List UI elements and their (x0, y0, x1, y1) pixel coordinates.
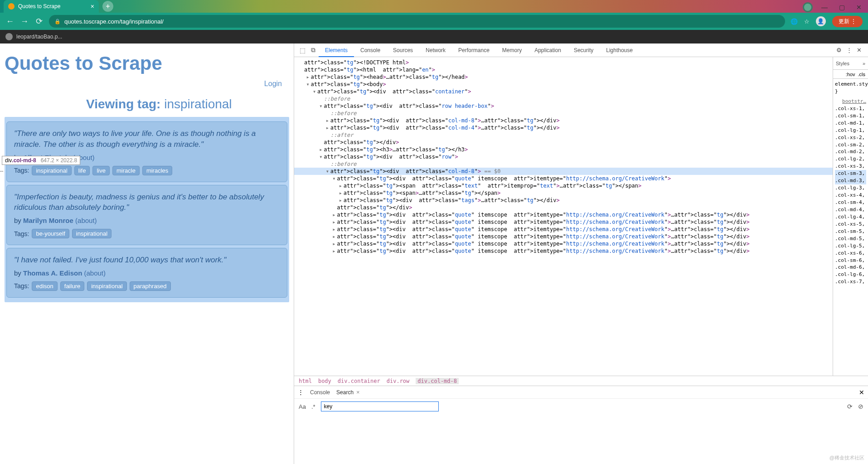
dom-node[interactable]: ::before (294, 160, 833, 168)
dom-node[interactable]: ▸attr">class="tg"><div attr">class="quot… (294, 240, 833, 247)
update-button[interactable]: 更新 ⋮ (832, 16, 863, 27)
tag-link[interactable]: miracle (112, 166, 140, 175)
dom-node[interactable]: ::before (294, 110, 833, 117)
css-selector[interactable]: .col-xs-1, (835, 105, 866, 112)
site-title[interactable]: Quotes to Scrape (5, 48, 289, 76)
breadcrumb-item[interactable]: html (299, 378, 312, 384)
dom-node[interactable]: ▾attr">class="tg"><div attr">class="row"… (294, 153, 833, 160)
breadcrumb-item[interactable]: div.container (338, 378, 380, 384)
about-link[interactable]: (about) (84, 269, 106, 277)
clear-icon[interactable]: ⊘ (858, 403, 863, 410)
profile-avatar-icon[interactable]: 👤 (816, 16, 826, 26)
css-selector[interactable]: .col-md-3, (835, 177, 866, 184)
css-selector[interactable]: .col-sm-6, (835, 257, 866, 264)
css-selector[interactable]: .col-sm-3, (835, 170, 866, 177)
dom-node[interactable]: ▸attr">class="tg"><span>…attr">class="tg… (294, 189, 833, 197)
tag-link[interactable]: paraphrased (130, 281, 171, 291)
css-selector[interactable]: .col-lg-6, (835, 271, 866, 278)
css-selector[interactable]: .col-lg-2, (835, 155, 866, 163)
css-selector[interactable]: .col-xs-3, (835, 163, 866, 170)
devtools-tab-performance[interactable]: Performance (452, 44, 496, 57)
tag-link[interactable]: inspirational (87, 281, 126, 291)
dom-node[interactable]: ::after (294, 131, 833, 139)
bookmark-item[interactable]: leopard/taoBao.p... (16, 34, 62, 40)
translate-icon[interactable]: 🌐 (790, 18, 798, 25)
styles-rules[interactable]: element.style {}bootstr….col-xs-1,.col-s… (833, 79, 868, 376)
close-window-button[interactable]: ✕ (853, 2, 864, 13)
devtools-tab-application[interactable]: Application (528, 44, 567, 57)
maximize-button[interactable]: ▢ (836, 2, 847, 13)
css-selector[interactable]: .col-sm-1, (835, 112, 866, 120)
drawer-menu-icon[interactable]: ⋮ (298, 389, 304, 396)
dom-node[interactable]: ▸attr">class="tg"><div attr">class="quot… (294, 211, 833, 218)
dom-node[interactable]: ▾attr">class="tg"><body> (294, 81, 833, 88)
new-tab-button[interactable]: + (102, 1, 113, 12)
css-selector[interactable]: .col-xs-7, (835, 278, 866, 285)
browser-tab[interactable]: Quotes to Scrape × (4, 0, 99, 13)
author-link[interactable]: Thomas A. Edison (23, 269, 82, 277)
css-selector[interactable]: .col-xs-5, (835, 221, 866, 228)
devtools-close-icon[interactable]: ✕ (857, 47, 862, 53)
devtools-tab-network[interactable]: Network (419, 44, 452, 57)
device-toggle-icon[interactable]: ⧉ (308, 46, 319, 54)
tag-link[interactable]: inspirational (32, 166, 71, 175)
breadcrumb-item[interactable]: div.row (387, 378, 410, 384)
css-selector[interactable]: .col-lg-5, (835, 242, 866, 250)
dom-node[interactable]: attr">class="tg"><html attr">lang="en"> (294, 66, 833, 73)
dom-node[interactable]: ▸attr">class="tg"><div attr">class="col-… (294, 117, 833, 124)
css-selector[interactable]: .col-xs-4, (835, 192, 866, 199)
css-selector[interactable]: .col-md-5, (835, 235, 866, 242)
inspect-element-icon[interactable]: ⬚ (297, 47, 308, 54)
dom-breadcrumb[interactable]: htmlbodydiv.containerdiv.rowdiv.col-md-8 (294, 376, 868, 386)
devtools-more-icon[interactable]: ⋮ (846, 47, 852, 53)
search-input[interactable] (321, 401, 439, 411)
breadcrumb-item[interactable]: body (318, 378, 331, 384)
styles-more-icon[interactable]: » (863, 61, 865, 66)
tag-link[interactable]: edison (32, 281, 57, 291)
login-link[interactable]: Login (264, 80, 282, 87)
dom-node[interactable]: attr">class="tg"></div> (294, 204, 833, 211)
dom-node[interactable]: ▾attr">class="tg"><div attr">class="row … (294, 102, 833, 110)
back-button[interactable]: ← (5, 17, 15, 26)
css-selector[interactable]: .col-md-1, (835, 120, 866, 127)
regex-toggle[interactable]: .* (311, 403, 315, 410)
dom-node[interactable]: ▸attr">class="tg"><h3>…attr">class="tg">… (294, 146, 833, 153)
devtools-tab-security[interactable]: Security (567, 44, 600, 57)
css-selector[interactable]: .col-md-4, (835, 206, 866, 213)
dom-node[interactable]: ::before (294, 95, 833, 102)
minimize-button[interactable]: — (819, 2, 830, 13)
tag-link[interactable]: inspirational (72, 229, 112, 238)
profile-indicator-icon[interactable] (803, 2, 813, 12)
close-tab-icon[interactable]: × (91, 3, 94, 10)
tag-link[interactable]: live (92, 166, 110, 175)
css-selector[interactable]: .col-xs-6, (835, 250, 866, 257)
dom-node[interactable]: ▸attr">class="tg"><div attr">class="quot… (294, 233, 833, 240)
drawer-tab-console[interactable]: Console (310, 389, 330, 396)
devtools-tab-sources[interactable]: Sources (387, 44, 419, 57)
css-selector[interactable]: .col-sm-4, (835, 199, 866, 206)
reload-button[interactable]: ⟳ (34, 16, 44, 26)
css-selector[interactable]: .col-sm-5, (835, 228, 866, 235)
devtools-tab-elements[interactable]: Elements (319, 44, 354, 57)
css-selector[interactable]: .col-sm-2, (835, 141, 866, 149)
drawer-close-icon[interactable]: ✕ (859, 389, 864, 396)
css-selector[interactable]: .col-md-2, (835, 148, 866, 155)
dom-node[interactable]: ▸attr">class="tg"><div attr">class="col-… (294, 124, 833, 131)
dom-node[interactable]: ▸attr">class="tg"><div attr">class="quot… (294, 218, 833, 226)
drawer-tab-close-icon[interactable]: × (356, 389, 360, 396)
tag-link[interactable]: be-yourself (32, 229, 69, 238)
dom-node[interactable]: ▸attr">class="tg"><div attr">class="tags… (294, 197, 833, 204)
url-input[interactable]: 🔒 quotes.toscrape.com/tag/inspirational/ (49, 15, 785, 28)
devtools-tab-lighthouse[interactable]: Lighthouse (600, 44, 639, 57)
tag-link[interactable]: failure (60, 281, 84, 291)
match-case-toggle[interactable]: Aa (299, 403, 306, 410)
drawer-tab-search[interactable]: Search (336, 389, 354, 396)
forward-button[interactable]: → (20, 17, 29, 26)
devtools-tab-memory[interactable]: Memory (496, 44, 528, 57)
breadcrumb-item[interactable]: div.col-md-8 (416, 378, 459, 384)
css-selector[interactable]: .col-xs-2, (835, 134, 866, 141)
elements-tree[interactable]: attr">class="tg"><!DOCTYPE html> attr">c… (294, 57, 833, 376)
hov-toggle[interactable]: :hov (846, 72, 855, 77)
dom-node[interactable]: ⋯ ▾attr">class="tg"><div attr">class="co… (294, 168, 833, 175)
css-selector[interactable]: .col-lg-4, (835, 213, 866, 221)
